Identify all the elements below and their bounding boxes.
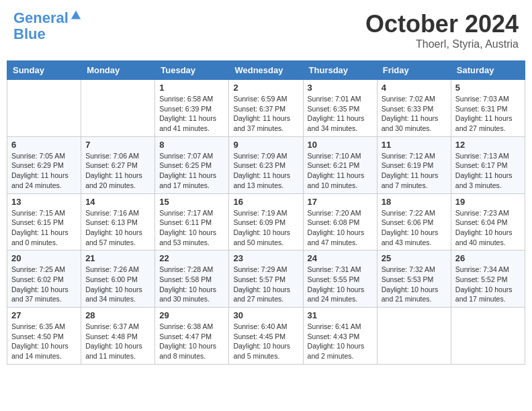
day-info: Sunrise: 6:58 AM Sunset: 6:39 PM Dayligh… — [159, 94, 224, 134]
logo-subtext: Blue — [13, 26, 46, 42]
day-info: Sunrise: 7:09 AM Sunset: 6:23 PM Dayligh… — [233, 151, 298, 191]
day-info: Sunrise: 7:31 AM Sunset: 5:55 PM Dayligh… — [308, 265, 373, 304]
day-number: 9 — [233, 140, 298, 150]
day-info: Sunrise: 6:40 AM Sunset: 4:45 PM Dayligh… — [233, 322, 298, 361]
calendar-week-row: 1Sunrise: 6:58 AM Sunset: 6:39 PM Daylig… — [7, 80, 525, 137]
day-info: Sunrise: 7:06 AM Sunset: 6:27 PM Dayligh… — [85, 151, 150, 191]
weekday-header-row: SundayMondayTuesdayWednesdayThursdayFrid… — [7, 61, 525, 80]
calendar-cell — [377, 308, 451, 365]
day-info: Sunrise: 7:02 AM Sunset: 6:33 PM Dayligh… — [382, 94, 447, 134]
day-info: Sunrise: 7:16 AM Sunset: 6:13 PM Dayligh… — [85, 208, 150, 248]
day-info: Sunrise: 6:41 AM Sunset: 4:43 PM Dayligh… — [308, 322, 373, 361]
svg-marker-0 — [71, 11, 81, 19]
day-number: 19 — [455, 197, 521, 207]
day-number: 4 — [382, 83, 447, 93]
calendar-cell: 20Sunrise: 7:25 AM Sunset: 6:02 PM Dayli… — [7, 250, 81, 308]
logo: General Blue — [13, 10, 82, 42]
day-number: 1 — [159, 83, 224, 93]
calendar-cell: 13Sunrise: 7:15 AM Sunset: 6:15 PM Dayli… — [7, 193, 81, 250]
day-info: Sunrise: 7:25 AM Sunset: 6:02 PM Dayligh… — [11, 265, 77, 304]
day-number: 29 — [159, 310, 224, 320]
calendar-cell: 21Sunrise: 7:26 AM Sunset: 6:00 PM Dayli… — [81, 250, 155, 308]
day-info: Sunrise: 7:28 AM Sunset: 5:58 PM Dayligh… — [159, 265, 224, 304]
calendar-cell: 24Sunrise: 7:31 AM Sunset: 5:55 PM Dayli… — [303, 250, 377, 308]
day-info: Sunrise: 7:01 AM Sunset: 6:35 PM Dayligh… — [308, 94, 373, 134]
calendar-cell — [81, 80, 155, 137]
day-number: 5 — [455, 83, 521, 93]
calendar-cell: 31Sunrise: 6:41 AM Sunset: 4:43 PM Dayli… — [303, 308, 377, 365]
day-info: Sunrise: 7:10 AM Sunset: 6:21 PM Dayligh… — [308, 151, 373, 191]
calendar-cell: 25Sunrise: 7:32 AM Sunset: 5:53 PM Dayli… — [377, 250, 451, 308]
day-info: Sunrise: 7:34 AM Sunset: 5:52 PM Dayligh… — [455, 265, 521, 304]
day-info: Sunrise: 7:13 AM Sunset: 6:17 PM Dayligh… — [455, 151, 521, 191]
calendar-cell: 29Sunrise: 6:38 AM Sunset: 4:47 PM Dayli… — [155, 308, 229, 365]
logo-icon — [70, 9, 82, 21]
calendar-cell: 22Sunrise: 7:28 AM Sunset: 5:58 PM Dayli… — [155, 250, 229, 308]
calendar-cell: 15Sunrise: 7:17 AM Sunset: 6:11 PM Dayli… — [155, 193, 229, 250]
day-number: 18 — [382, 197, 447, 207]
calendar-cell: 28Sunrise: 6:37 AM Sunset: 4:48 PM Dayli… — [81, 308, 155, 365]
calendar-cell: 10Sunrise: 7:10 AM Sunset: 6:21 PM Dayli… — [303, 136, 377, 193]
weekday-header: Tuesday — [155, 61, 229, 80]
day-number: 6 — [11, 140, 77, 150]
calendar-cell: 18Sunrise: 7:22 AM Sunset: 6:06 PM Dayli… — [377, 193, 451, 250]
calendar-cell: 26Sunrise: 7:34 AM Sunset: 5:52 PM Dayli… — [451, 250, 525, 308]
location: Thoerl, Styria, Austria — [365, 38, 519, 50]
weekday-header: Sunday — [7, 61, 81, 80]
day-number: 30 — [233, 310, 298, 320]
day-number: 23 — [233, 253, 298, 263]
weekday-header: Saturday — [451, 61, 525, 80]
day-number: 12 — [455, 140, 521, 150]
calendar-cell: 8Sunrise: 7:07 AM Sunset: 6:25 PM Daylig… — [155, 136, 229, 193]
day-info: Sunrise: 6:37 AM Sunset: 4:48 PM Dayligh… — [85, 322, 150, 361]
day-number: 14 — [85, 197, 150, 207]
day-info: Sunrise: 7:03 AM Sunset: 6:31 PM Dayligh… — [455, 94, 521, 134]
calendar-cell: 9Sunrise: 7:09 AM Sunset: 6:23 PM Daylig… — [229, 136, 303, 193]
day-info: Sunrise: 6:38 AM Sunset: 4:47 PM Dayligh… — [159, 322, 224, 361]
calendar-cell: 19Sunrise: 7:23 AM Sunset: 6:04 PM Dayli… — [451, 193, 525, 250]
day-number: 26 — [455, 253, 521, 263]
day-number: 27 — [11, 310, 77, 320]
day-number: 25 — [382, 253, 447, 263]
day-info: Sunrise: 7:23 AM Sunset: 6:04 PM Dayligh… — [455, 208, 521, 248]
weekday-header: Wednesday — [229, 61, 303, 80]
day-number: 11 — [382, 140, 447, 150]
calendar-cell: 30Sunrise: 6:40 AM Sunset: 4:45 PM Dayli… — [229, 308, 303, 365]
calendar-cell: 3Sunrise: 7:01 AM Sunset: 6:35 PM Daylig… — [303, 80, 377, 137]
day-number: 2 — [233, 83, 298, 93]
calendar-cell: 5Sunrise: 7:03 AM Sunset: 6:31 PM Daylig… — [451, 80, 525, 137]
day-info: Sunrise: 7:19 AM Sunset: 6:09 PM Dayligh… — [233, 208, 298, 248]
calendar-cell: 6Sunrise: 7:05 AM Sunset: 6:29 PM Daylig… — [7, 136, 81, 193]
calendar-cell: 11Sunrise: 7:12 AM Sunset: 6:19 PM Dayli… — [377, 136, 451, 193]
day-number: 7 — [85, 140, 150, 150]
day-info: Sunrise: 7:26 AM Sunset: 6:00 PM Dayligh… — [85, 265, 150, 304]
calendar-week-row: 27Sunrise: 6:35 AM Sunset: 4:50 PM Dayli… — [7, 308, 525, 365]
title-block: October 2024 Thoerl, Styria, Austria — [365, 10, 519, 50]
weekday-header: Friday — [377, 61, 451, 80]
calendar-cell — [451, 308, 525, 365]
weekday-header: Monday — [81, 61, 155, 80]
day-number: 10 — [308, 140, 373, 150]
calendar-cell — [7, 80, 81, 137]
calendar-table: SundayMondayTuesdayWednesdayThursdayFrid… — [7, 60, 525, 365]
calendar-cell: 27Sunrise: 6:35 AM Sunset: 4:50 PM Dayli… — [7, 308, 81, 365]
day-number: 13 — [11, 197, 77, 207]
day-info: Sunrise: 7:29 AM Sunset: 5:57 PM Dayligh… — [233, 265, 298, 304]
calendar-cell: 12Sunrise: 7:13 AM Sunset: 6:17 PM Dayli… — [451, 136, 525, 193]
calendar-cell: 17Sunrise: 7:20 AM Sunset: 6:08 PM Dayli… — [303, 193, 377, 250]
calendar-cell: 2Sunrise: 6:59 AM Sunset: 6:37 PM Daylig… — [229, 80, 303, 137]
calendar-cell: 4Sunrise: 7:02 AM Sunset: 6:33 PM Daylig… — [377, 80, 451, 137]
day-number: 3 — [308, 83, 373, 93]
calendar-week-row: 6Sunrise: 7:05 AM Sunset: 6:29 PM Daylig… — [7, 136, 525, 193]
day-number: 17 — [308, 197, 373, 207]
day-number: 22 — [159, 253, 224, 263]
calendar-cell: 14Sunrise: 7:16 AM Sunset: 6:13 PM Dayli… — [81, 193, 155, 250]
day-info: Sunrise: 7:12 AM Sunset: 6:19 PM Dayligh… — [382, 151, 447, 191]
month-title: October 2024 — [365, 10, 519, 38]
day-number: 15 — [159, 197, 224, 207]
day-number: 16 — [233, 197, 298, 207]
weekday-header: Thursday — [303, 61, 377, 80]
day-number: 20 — [11, 253, 77, 263]
day-info: Sunrise: 6:59 AM Sunset: 6:37 PM Dayligh… — [233, 94, 298, 134]
day-number: 8 — [159, 140, 224, 150]
